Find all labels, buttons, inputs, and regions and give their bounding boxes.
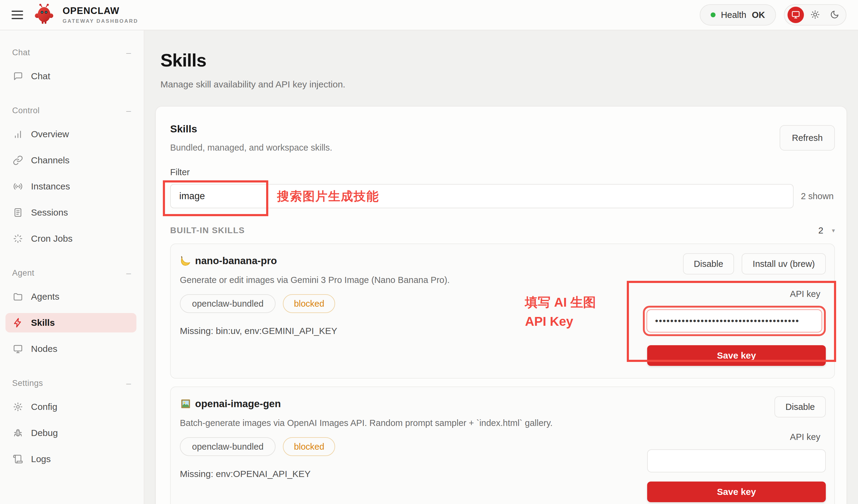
sidebar-item-debug[interactable]: Debug: [5, 423, 137, 443]
theme-system-button[interactable]: [788, 7, 804, 23]
chevron-down-icon: ▾: [832, 227, 835, 234]
missing-requirements: Missing: env:OPENAI_API_KEY: [180, 469, 638, 479]
sidebar-item-label: Chat: [31, 71, 50, 81]
health-badge: Health OK: [700, 4, 776, 26]
sidebar-item-sessions[interactable]: Sessions: [5, 203, 137, 222]
brand-area: OPENCLAW GATEWAY DASHBOARD: [12, 4, 138, 26]
sidebar-section-control: Control – Overview: [0, 106, 144, 248]
sidebar-item-config[interactable]: Config: [5, 397, 137, 417]
section-label: Agent: [12, 269, 34, 278]
lobster-mascot-icon: [35, 4, 53, 26]
link-icon: [13, 155, 23, 165]
sidebar-item-label: Debug: [31, 428, 58, 438]
sidebar-item-skills[interactable]: Skills: [5, 313, 137, 332]
file-text-icon: [13, 207, 23, 218]
hamburger-icon[interactable]: [12, 9, 26, 21]
sidebar-item-label: Cron Jobs: [31, 233, 73, 244]
disable-button[interactable]: Disable: [683, 253, 734, 275]
brand-subtitle: GATEWAY DASHBOARD: [63, 18, 138, 24]
broadcast-icon: [13, 181, 23, 192]
sidebar-item-label: Channels: [31, 155, 69, 165]
zap-icon: [13, 318, 23, 328]
save-key-button[interactable]: Save key: [647, 345, 826, 366]
badge-openclaw-bundled: openclaw-bundled: [180, 294, 275, 313]
section-label: Control: [12, 106, 40, 115]
collapse-icon[interactable]: –: [126, 49, 131, 57]
missing-requirements: Missing: bin:uv, env:GEMINI_API_KEY: [180, 326, 638, 336]
skill-card-openai-image-gen: openai-image-gen Batch-generate images v…: [170, 387, 835, 504]
sidebar-item-label: Overview: [31, 129, 69, 140]
theme-dark-button[interactable]: [826, 7, 843, 23]
sidebar-item-label: Sessions: [31, 207, 68, 218]
panel-title: Skills: [170, 123, 332, 135]
monitor-icon: [13, 344, 23, 354]
sidebar-item-instances[interactable]: Instances: [5, 177, 137, 196]
sidebar-item-label: Agents: [31, 291, 59, 302]
skill-card-nano-banana-pro: nano-banana-pro Generate or edit images …: [170, 244, 835, 379]
chat-bubble-icon: [13, 71, 23, 81]
banana-icon: [180, 255, 191, 266]
collapse-icon[interactable]: –: [126, 107, 131, 115]
main-content: Skills Manage skill availability and API…: [144, 30, 858, 504]
sidebar-item-label: Logs: [31, 454, 51, 464]
install-uv-button[interactable]: Install uv (brew): [742, 253, 826, 275]
api-key-input[interactable]: [647, 309, 822, 332]
health-label: Health: [721, 10, 747, 20]
api-key-label: API key: [790, 289, 826, 299]
sun-icon: [811, 10, 820, 20]
badge-openclaw-bundled: openclaw-bundled: [180, 437, 275, 456]
brand-text: OPENCLAW GATEWAY DASHBOARD: [63, 5, 138, 24]
sidebar-item-logs[interactable]: Logs: [5, 449, 137, 469]
save-key-button[interactable]: Save key: [647, 482, 826, 502]
page-subtitle: Manage skill availability and API key in…: [160, 79, 847, 90]
api-key-input[interactable]: [647, 449, 826, 472]
health-status: OK: [752, 10, 765, 20]
group-count: 2: [818, 225, 823, 235]
filter-input-wrap: 搜索图片生成技能: [170, 184, 794, 208]
brand-title: OPENCLAW: [63, 5, 138, 16]
group-count-dropdown[interactable]: 2 ▾: [818, 225, 835, 235]
sidebar-item-cron-jobs[interactable]: Cron Jobs: [5, 229, 137, 248]
sidebar-item-label: Config: [31, 402, 58, 412]
folder-icon: [13, 291, 23, 302]
sidebar-item-label: Nodes: [31, 344, 58, 354]
sidebar-item-label: Skills: [31, 318, 55, 328]
sidebar-item-chat[interactable]: Chat: [5, 66, 137, 86]
sidebar: Chat – Chat Control –: [0, 30, 144, 504]
group-label: BUILT-IN SKILLS: [170, 226, 245, 235]
skill-description: Generate or edit images via Gemini 3 Pro…: [180, 275, 638, 285]
bug-icon: [13, 428, 23, 438]
skills-panel: Skills Bundled, managed, and workspace s…: [155, 106, 847, 504]
top-bar: OPENCLAW GATEWAY DASHBOARD Health OK: [0, 0, 858, 30]
shell: Chat – Chat Control –: [0, 30, 858, 504]
filter-label: Filter: [170, 167, 835, 177]
app-root: OPENCLAW GATEWAY DASHBOARD Health OK: [0, 0, 858, 504]
filter-input[interactable]: [170, 184, 794, 208]
collapse-icon[interactable]: –: [126, 269, 131, 277]
sidebar-item-agents[interactable]: Agents: [5, 287, 137, 306]
sidebar-item-overview[interactable]: Overview: [5, 125, 137, 144]
badge-blocked: blocked: [283, 437, 335, 456]
picture-icon: [180, 398, 191, 410]
top-bar-right: Health OK: [700, 4, 846, 26]
api-key-label: API key: [790, 432, 826, 442]
skill-name: nano-banana-pro: [195, 255, 277, 266]
health-dot-icon: [711, 13, 715, 17]
monitor-icon: [791, 10, 800, 20]
sidebar-item-nodes[interactable]: Nodes: [5, 339, 137, 359]
moon-icon: [830, 10, 839, 20]
disable-button[interactable]: Disable: [775, 396, 826, 418]
skill-name: openai-image-gen: [195, 398, 281, 410]
sidebar-item-channels[interactable]: Channels: [5, 151, 137, 170]
theme-light-button[interactable]: [807, 7, 823, 23]
theme-switcher: [784, 4, 846, 26]
scroll-icon: [13, 454, 23, 464]
refresh-button[interactable]: Refresh: [780, 125, 835, 151]
page-title: Skills: [160, 50, 847, 71]
skill-description: Batch-generate images via OpenAI Images …: [180, 418, 638, 428]
gear-icon: [13, 402, 23, 412]
collapse-icon[interactable]: –: [126, 379, 131, 388]
section-label: Chat: [12, 48, 30, 58]
section-label: Settings: [12, 379, 43, 388]
badge-blocked: blocked: [283, 294, 335, 313]
